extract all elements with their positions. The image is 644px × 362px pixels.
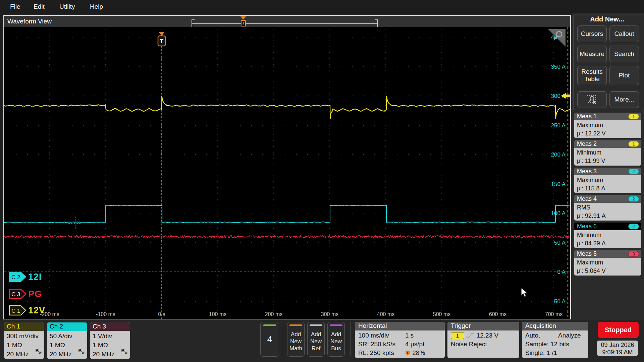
cursors-button[interactable]: Cursors: [577, 25, 607, 42]
ch4-color-bar: [263, 324, 276, 326]
menu-bar: File Edit Utility Help: [0, 0, 644, 13]
channel4-button[interactable]: 4: [260, 322, 279, 357]
meas-card-meas-2[interactable]: Meas 21Minimumμ': 11.99 V: [574, 140, 641, 166]
x-axis-label: 0 s: [158, 311, 165, 317]
meas-card-meas-3[interactable]: Meas 32Maximumμ': 115.8 A: [574, 168, 641, 193]
meas-name: Meas 4: [577, 195, 597, 202]
offset-marker-cross: [68, 217, 82, 230]
channel-tag-ch1[interactable]: C 1 12V: [9, 305, 45, 316]
rising-edge-icon: [466, 332, 475, 339]
menu-help[interactable]: Help: [90, 0, 103, 13]
meas-body: Minimumμ': 11.99 V: [574, 148, 641, 166]
meas-header[interactable]: Meas 11: [574, 113, 641, 120]
svg-text:C 1: C 1: [11, 308, 20, 314]
button-label-line: Ref: [308, 345, 324, 352]
meas-source-badge: 1: [628, 114, 639, 119]
y-axis-label: 0 A: [557, 269, 566, 275]
channel-badge-ch-3[interactable]: Ch 31 V/div1 MΩ20 MHzBW: [90, 322, 130, 359]
bandwidth-limit-icon: BW: [78, 346, 85, 357]
meas-card-meas-4[interactable]: Meas 42RMSμ': 92.91 A: [574, 195, 641, 221]
overview-left-bracket[interactable]: [192, 19, 195, 27]
menu-file[interactable]: File: [10, 0, 20, 13]
channel-badge-ch-2[interactable]: Ch 250 A/div1 MΩ20 MHzBW: [47, 322, 87, 359]
meas-body: Minimumμ': 84.29 A: [574, 230, 641, 248]
separator: [350, 322, 351, 356]
more-button[interactable]: More...: [609, 91, 639, 108]
meas-header[interactable]: Meas 32: [574, 168, 641, 175]
right-panel: Add New... Cursors Callout Measure Searc…: [572, 13, 644, 362]
ch3-tag-label: PG: [28, 289, 42, 299]
add-new-math-button[interactable]: AddNewMath: [287, 322, 305, 357]
channel-settings: 300 mV/div1 MΩ20 MHzBW: [4, 331, 44, 359]
meas-body: Maximumμ': 12.22 V: [574, 120, 641, 138]
trace-ch3-pg: [4, 236, 570, 238]
menu-edit[interactable]: Edit: [34, 0, 45, 13]
run-stop-status[interactable]: Stopped: [598, 322, 639, 338]
separator: [283, 322, 283, 356]
date-label: 09 Jan 2026: [597, 341, 638, 349]
color-bar: [289, 324, 302, 326]
zoom-select-button[interactable]: [577, 91, 607, 108]
button-label-line: Math: [287, 345, 304, 352]
channel-tag-ch3[interactable]: C 3 PG: [9, 288, 42, 300]
meas-value: μ': 115.8 A: [577, 184, 639, 193]
svg-text:T: T: [160, 38, 164, 45]
scope-graticule: 400 A350 A300 A250 A200 A150 A100 A50 A0…: [4, 27, 570, 319]
meas-source-badge: 2: [628, 196, 639, 202]
channel-tag-ch2[interactable]: C 2 12I: [9, 271, 42, 283]
meas-header[interactable]: Meas 42: [574, 195, 641, 203]
results-table-button[interactable]: Results Table: [577, 66, 607, 85]
overview-trigger-arrow-icon: [240, 16, 246, 19]
x-axis-label: 500 ms: [433, 311, 450, 317]
add-new-ref-button[interactable]: AddNewRef: [307, 322, 325, 357]
waveform-plot[interactable]: 400 A350 A300 A250 A200 A150 A100 A50 A0…: [4, 27, 570, 319]
measure-button[interactable]: Measure: [577, 46, 607, 62]
ch1-tag-label: 12V: [28, 305, 45, 316]
graticule-dots: [5, 29, 566, 311]
channel-name: Ch 3: [90, 322, 130, 331]
trigger-position-icon: T: [405, 350, 411, 356]
acquisition-single: Single: 1 /1: [525, 349, 588, 357]
horizontal-panel[interactable]: Horizontal 100 ms/div SR: 250 kS/s RL: 2…: [355, 322, 445, 358]
overview-trigger-flag-icon[interactable]: T: [241, 20, 246, 26]
meas-body: RMSμ': 92.91 A: [574, 203, 641, 221]
meas-card-meas-1[interactable]: Meas 11Maximumμ': 12.22 V: [574, 113, 641, 138]
meas-header[interactable]: Meas 21: [574, 140, 641, 148]
meas-stat: Minimum: [577, 148, 639, 157]
y-axis-label: 50 A: [554, 240, 566, 246]
menu-utility[interactable]: Utility: [59, 0, 75, 13]
waveform-view-title: Waveform View: [7, 18, 52, 25]
zoom-select-icon: [585, 94, 599, 105]
horizontal-title: Horizontal: [355, 322, 445, 330]
overview-pan-bar[interactable]: [192, 23, 378, 24]
channel-scale: 1 V/div: [93, 331, 130, 341]
x-axis-label: 400 ms: [377, 311, 394, 317]
meas-card-meas-6[interactable]: Meas 62Minimumμ': 84.29 A: [574, 223, 641, 248]
datetime-badge[interactable]: 09 Jan 2026 9:09:19 AM: [597, 341, 638, 356]
y-axis-label: 200 A: [551, 152, 566, 158]
add-new-bus-button[interactable]: AddNewBus: [327, 322, 345, 357]
trigger-level: 12.23 V: [477, 332, 499, 339]
callout-button[interactable]: Callout: [609, 25, 639, 42]
overview-right-bracket[interactable]: [375, 19, 378, 27]
button-label-line: New: [287, 338, 304, 345]
meas-body: Maximumμ': 5.064 V: [574, 258, 641, 276]
trigger-mode: Noise Reject: [451, 340, 519, 349]
channel-name: Ch 1: [4, 322, 44, 331]
search-button[interactable]: Search: [609, 46, 639, 62]
meas-card-meas-5[interactable]: Meas 53Maximumμ': 5.064 V: [574, 250, 641, 276]
meas-header[interactable]: Meas 62: [574, 223, 641, 230]
button-label-line: Bus: [328, 345, 344, 352]
trigger-panel[interactable]: Trigger 1 12.23 V Noise Reject: [447, 322, 519, 358]
meas-source-badge: 2: [628, 169, 639, 174]
meas-header[interactable]: Meas 53: [574, 250, 641, 258]
acquisition-panel[interactable]: Acquisition Auto, Sample: 12 bits Single…: [522, 322, 588, 358]
x-axis-label: 100 ms: [209, 311, 226, 317]
channel-badge-ch-1[interactable]: Ch 1300 mV/div1 MΩ20 MHzBW: [4, 322, 44, 359]
meas-value: μ': 11.99 V: [577, 157, 639, 165]
horizontal-window: 1 s: [405, 331, 414, 340]
meas-name: Meas 3: [577, 168, 597, 175]
trigger-flag[interactable]: T: [158, 32, 165, 46]
plot-button[interactable]: Plot: [609, 66, 639, 85]
svg-text:T: T: [407, 351, 409, 354]
